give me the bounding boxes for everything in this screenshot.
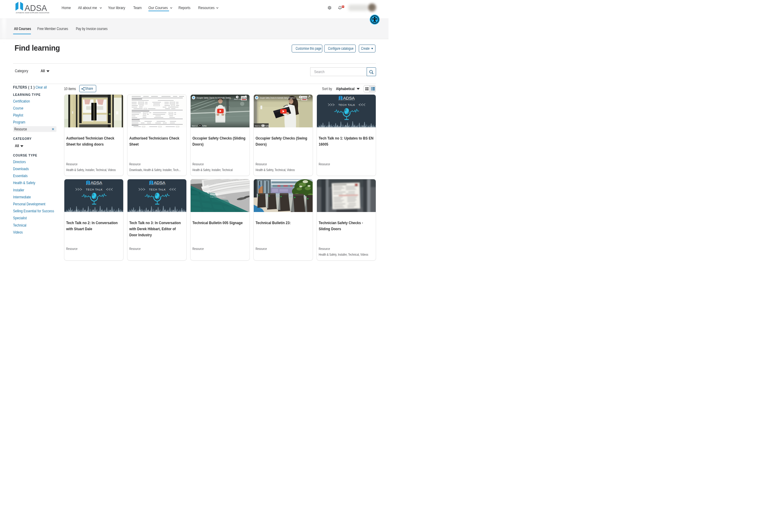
svg-text:iStock: iStock <box>210 193 218 196</box>
svg-text:Occupier Safety Checks for Aut: Occupier Safety Checks for Automatic Swi… <box>259 97 296 99</box>
svg-text:Watch on: Watch on <box>192 125 198 127</box>
svg-text:Occupier Safety Checks for Aut: Occupier Safety Checks for Automatic Sli… <box>196 97 232 99</box>
svg-text:ADSA: ADSA <box>302 97 309 100</box>
svg-text:YouTube: YouTube <box>202 125 207 127</box>
svg-text:YouTube: YouTube <box>265 125 270 127</box>
svg-text:Watch on: Watch on <box>255 125 260 127</box>
svg-text:Watch Late: Watch Late <box>234 98 242 100</box>
svg-text:Credit: Daniel Tadevosyan: Credit: Daniel Tadevosyan <box>210 196 226 198</box>
